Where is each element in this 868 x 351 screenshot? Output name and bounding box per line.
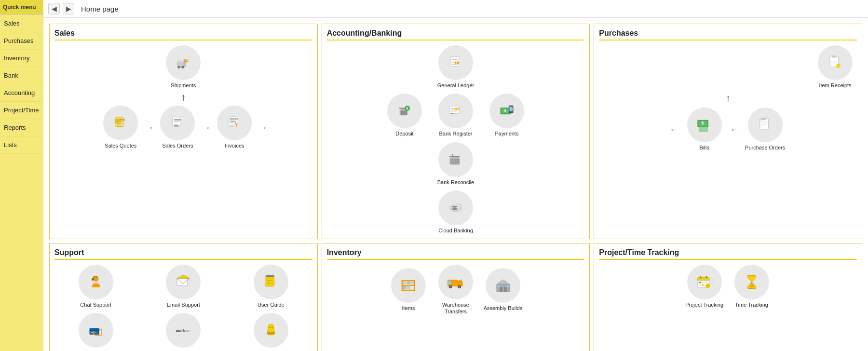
chat-support-icon [79, 265, 113, 299]
user-guide-item[interactable]: User Guide [249, 265, 293, 308]
sidebar-item-lists[interactable]: Lists [0, 136, 43, 154]
svg-rect-25 [231, 121, 236, 122]
sales-orders-item[interactable]: ORDER Sales Orders [156, 106, 199, 149]
arrow-1: → [144, 122, 154, 133]
content-grid: Sales [43, 18, 868, 351]
svg-rect-102 [92, 278, 93, 280]
bank-register-label: Bank Register [439, 130, 472, 137]
invoices-icon: INVOICE [217, 106, 252, 140]
svg-point-173 [752, 284, 753, 285]
svg-rect-150 [498, 285, 500, 287]
deposit-item[interactable]: $ Deposit [383, 94, 426, 137]
svg-text:INVOICE: INVOICE [231, 119, 238, 121]
project-tracking-item[interactable]: Project Tracking [683, 265, 726, 308]
item-receipts-item[interactable]: ✓ Item Receipts [814, 45, 857, 89]
sidebar-item-purchases[interactable]: Purchases [0, 32, 43, 50]
svg-rect-64 [452, 159, 454, 164]
svg-text:$: $ [456, 62, 457, 65]
items-label: Items [402, 305, 415, 311]
assembly-builds-item[interactable]: Assembly Builds [481, 268, 525, 311]
purchase-orders-item[interactable]: PO Purchase Orders [744, 108, 787, 151]
items-icon [391, 268, 426, 303]
svg-rect-162 [699, 284, 701, 286]
svg-text:walk: walk [176, 329, 185, 334]
sidebar-item-accounting[interactable]: Accounting [0, 84, 43, 102]
cloud-banking-item[interactable]: Cloud Banking [434, 190, 477, 234]
svg-rect-57 [501, 114, 511, 115]
invoices-item[interactable]: INVOICE Invoices [213, 106, 256, 149]
purchase-orders-label: Purchase Orders [745, 144, 785, 151]
walkme-item[interactable]: walk me walkMe [162, 313, 205, 351]
svg-rect-44 [406, 111, 407, 115]
forward-button[interactable]: ▶ [63, 3, 74, 14]
svg-rect-127 [402, 285, 415, 286]
sidebar-item-reports[interactable]: Reports [0, 119, 43, 136]
time-tracking-label: Time Tracking [735, 301, 768, 308]
walkme-icon: walk me [166, 313, 201, 348]
accounting-panel-title: Accounting/Banking [327, 29, 585, 40]
pay-now-item[interactable]: Pay Now [74, 313, 118, 351]
bank-reconcile-icon: $ [438, 142, 473, 177]
svg-rect-128 [402, 290, 415, 291]
svg-rect-26 [231, 122, 235, 123]
sidebar-item-bank[interactable]: Bank [0, 67, 43, 84]
svg-rect-7 [178, 60, 184, 63]
svg-point-172 [751, 284, 752, 285]
chat-support-item[interactable]: Chat Support [74, 265, 118, 308]
arrow-2: → [201, 122, 211, 133]
svg-rect-156 [700, 276, 701, 278]
svg-rect-2 [184, 59, 185, 67]
svg-rect-21 [175, 125, 179, 126]
email-support-item[interactable]: Email Support [162, 265, 205, 308]
back-button[interactable]: ◀ [48, 3, 60, 14]
sidebar-item-inventory[interactable]: Inventory [0, 50, 43, 67]
payments-label: Payments [495, 130, 519, 137]
purchases-panel: Purchases [594, 24, 862, 239]
svg-rect-59 [509, 107, 513, 111]
chat-support-label: Chat Support [80, 301, 111, 308]
item-receipts-icon: ✓ [818, 45, 853, 80]
svg-rect-48 [450, 106, 460, 113]
email-support-icon [166, 265, 201, 299]
svg-rect-129 [402, 280, 403, 291]
svg-text:PO: PO [760, 119, 763, 121]
bills-icon: $ [687, 108, 722, 142]
svg-rect-151 [507, 285, 509, 287]
svg-point-5 [178, 66, 181, 69]
svg-rect-115 [90, 330, 99, 331]
svg-rect-138 [448, 281, 451, 285]
bank-reconcile-item[interactable]: $ Bank Reconcile [434, 142, 477, 186]
general-ledger-item[interactable]: $ General Ledger [434, 45, 477, 89]
svg-rect-149 [504, 287, 507, 292]
payments-item[interactable]: $ Payments [485, 94, 529, 137]
warehouse-transfers-item[interactable]: Warehouse Transfers [434, 265, 477, 315]
bank-register-icon: CHECK [438, 94, 473, 128]
sales-quotes-item[interactable]: QUOTE Sales Quotes [99, 106, 142, 149]
svg-rect-52 [455, 108, 459, 110]
svg-rect-42 [401, 111, 402, 115]
sales-quotes-icon: QUOTE [103, 106, 138, 140]
time-tracking-item[interactable]: Time Tracking [730, 265, 773, 308]
project-tracking-icon [687, 265, 722, 299]
sidebar-item-project-time[interactable]: Project/Time [0, 102, 43, 119]
sidebar-item-sales[interactable]: Sales [0, 15, 43, 32]
invoices-label: Invoices [225, 142, 244, 149]
shipments-item[interactable]: Shipments [162, 45, 205, 89]
inventory-panel-title: Inventory [327, 248, 585, 260]
sales-panel: Sales [49, 24, 318, 239]
svg-rect-161 [705, 282, 707, 283]
svg-rect-152 [502, 280, 503, 283]
svg-text:me: me [185, 329, 191, 334]
test-company-item[interactable]: TestCompany [249, 313, 293, 351]
items-item[interactable]: Items [387, 268, 430, 311]
svg-rect-3 [185, 59, 189, 60]
sidebar: Quick menu Sales Purchases Inventory Ban… [0, 0, 43, 351]
sales-quotes-label: Sales Quotes [105, 142, 136, 149]
page-title: Home page [81, 5, 119, 13]
svg-rect-160 [702, 282, 704, 283]
svg-rect-155 [697, 277, 709, 281]
test-company-icon [254, 313, 288, 348]
bank-register-item[interactable]: CHECK Bank Register [434, 94, 477, 137]
bills-item[interactable]: $ Bills [683, 108, 726, 151]
svg-point-6 [181, 66, 184, 69]
